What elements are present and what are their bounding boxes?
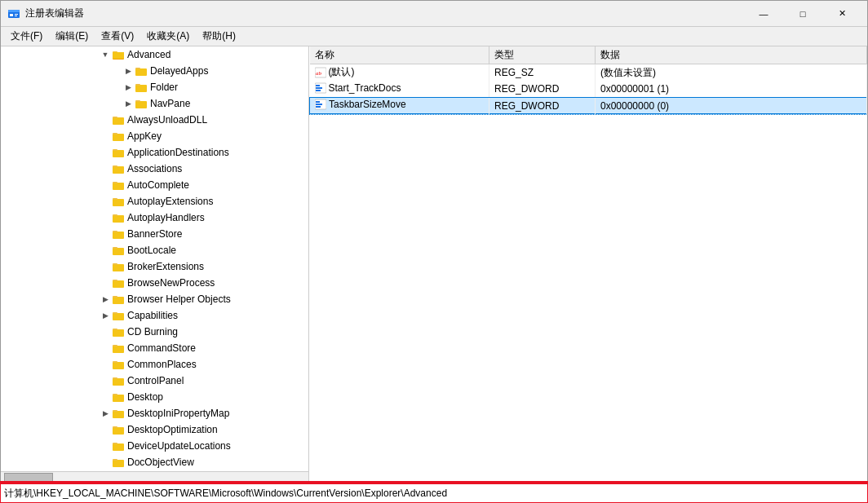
- svg-rect-27: [113, 214, 117, 216]
- tree-item-deviceupdatelocations[interactable]: DeviceUpdateLocations: [1, 438, 308, 454]
- tree-arrow-advanced: [99, 48, 112, 61]
- tree-item-autoplayhandlers[interactable]: AutoplayHandlers: [1, 210, 308, 226]
- svg-rect-21: [113, 165, 117, 167]
- tree-label-controlpanel: ControlPanel: [127, 375, 184, 386]
- svg-rect-34: [113, 280, 124, 288]
- tree-item-desktopoptimization[interactable]: DesktopOptimization: [1, 421, 308, 438]
- folder-icon-commonplaces: [112, 358, 125, 371]
- tree-item-desktopinipropertymap[interactable]: DesktopIniPropertyMap: [1, 405, 308, 421]
- svg-rect-47: [113, 377, 117, 379]
- tree-item-folder[interactable]: Folder: [1, 79, 308, 95]
- status-bar: 计算机\HKEY_LOCAL_MACHINE\SOFTWARE\Microsof…: [1, 483, 867, 502]
- tree-item-desktop[interactable]: Desktop: [1, 389, 308, 405]
- svg-rect-40: [113, 329, 124, 337]
- tree-item-bannerstore[interactable]: BannerStore: [1, 226, 308, 242]
- hscroll-thumb[interactable]: [4, 473, 53, 483]
- tree-item-docobjectview[interactable]: DocObjectView: [1, 454, 308, 470]
- cell-type-1: REG_DWORD: [489, 82, 596, 98]
- svg-rect-66: [316, 104, 322, 105]
- tree-item-associations[interactable]: Associations: [1, 161, 308, 177]
- tree-label-navpane: NavPane: [150, 98, 190, 109]
- menu-bar: 文件(F) 编辑(E) 查看(V) 收藏夹(A) 帮助(H): [1, 27, 867, 46]
- registry-table[interactable]: 名称 类型 数据 ab: [309, 46, 867, 483]
- tree-horizontal-scrollbar[interactable]: [1, 471, 308, 483]
- tree-label-brokerextensions: BrokerExtensions: [127, 261, 204, 272]
- tree-arrow-navpane: [122, 97, 135, 110]
- status-path: 计算机\HKEY_LOCAL_MACHINE\SOFTWARE\Microsof…: [4, 487, 447, 501]
- tree-label-browserhelperobjects: Browser Helper Objects: [127, 293, 231, 305]
- maximize-button[interactable]: □: [784, 2, 822, 26]
- tree-item-autoplayextensions[interactable]: AutoplayExtensions: [1, 193, 308, 210]
- folder-icon-folder: [135, 81, 148, 94]
- tree-item-autocomplete[interactable]: AutoComplete: [1, 177, 308, 193]
- col-header-type[interactable]: 类型: [489, 46, 596, 64]
- col-header-name[interactable]: 名称: [310, 46, 489, 64]
- tree-item-commonplaces[interactable]: CommonPlaces: [1, 356, 308, 373]
- tree-label-deviceupdatelocations: DeviceUpdateLocations: [127, 440, 231, 452]
- tree-label-applicationdestinations: ApplicationDestinations: [127, 147, 229, 158]
- svg-rect-14: [113, 117, 124, 125]
- tree-item-controlpanel[interactable]: ControlPanel: [1, 373, 308, 389]
- col-header-data[interactable]: 数据: [596, 46, 867, 64]
- folder-icon-bootlocale: [112, 244, 125, 257]
- table-row[interactable]: ab (默认) REG_SZ (数值未设置): [310, 64, 867, 82]
- svg-rect-44: [113, 362, 124, 369]
- folder-icon-browserhelperobjects: [112, 293, 125, 306]
- svg-rect-11: [135, 84, 140, 86]
- folder-icon-alwaysunloaddll: [112, 113, 125, 126]
- cell-name-1: Start_TrackDocs: [310, 82, 489, 98]
- svg-rect-4: [15, 15, 17, 16]
- svg-rect-38: [113, 313, 124, 320]
- svg-rect-18: [113, 150, 124, 157]
- close-button[interactable]: ✕: [823, 2, 861, 26]
- tree-item-capabilities[interactable]: Capabilities: [1, 307, 308, 324]
- menu-edit[interactable]: 编辑(E): [49, 28, 95, 45]
- cell-name-2: TaskbarSizeMove: [310, 98, 489, 114]
- menu-favorites[interactable]: 收藏夹(A): [140, 28, 196, 45]
- tree-label-cdburning: CD Burning: [127, 326, 178, 338]
- minimize-button[interactable]: —: [745, 2, 782, 26]
- svg-rect-48: [113, 395, 124, 402]
- cell-type-2: REG_DWORD: [489, 98, 596, 114]
- tree-item-appkey[interactable]: AppKey: [1, 128, 308, 144]
- tree-item-delayedapps[interactable]: DelayedApps: [1, 63, 308, 79]
- menu-file[interactable]: 文件(F): [4, 28, 49, 45]
- folder-icon-docobjectview: [112, 456, 125, 469]
- svg-rect-23: [113, 182, 117, 183]
- svg-rect-42: [113, 346, 124, 353]
- svg-rect-32: [113, 264, 124, 271]
- svg-rect-9: [135, 68, 140, 69]
- tree-arrow-capabilities: [99, 309, 112, 322]
- folder-icon-delayedapps: [135, 64, 148, 77]
- svg-rect-49: [113, 394, 117, 395]
- tree-item-applicationdestinations[interactable]: ApplicationDestinations: [1, 144, 308, 161]
- svg-rect-52: [113, 427, 124, 435]
- table-row[interactable]: TaskbarSizeMove REG_DWORD 0x00000000 (0): [310, 98, 867, 114]
- tree-label-docobjectview: DocObjectView: [127, 457, 194, 468]
- folder-icon-bannerstore: [112, 227, 125, 240]
- tree-label-commandstore: CommandStore: [127, 342, 196, 354]
- tree-arrow-folder: [122, 81, 135, 94]
- tree-scroll[interactable]: Advanced DelayedApps: [1, 46, 308, 471]
- tree-item-browserhelperobjects[interactable]: Browser Helper Objects: [1, 291, 308, 307]
- tree-label-desktopoptimization: DesktopOptimization: [127, 424, 218, 435]
- tree-item-advanced[interactable]: Advanced: [1, 46, 308, 63]
- title-bar: 注册表编辑器 — □ ✕: [1, 1, 867, 27]
- menu-view[interactable]: 查看(V): [95, 28, 140, 45]
- svg-rect-67: [316, 106, 321, 108]
- svg-rect-3: [15, 14, 18, 15]
- tree-label-associations: Associations: [127, 163, 182, 174]
- tree-item-navpane[interactable]: NavPane: [1, 95, 308, 112]
- svg-rect-50: [113, 411, 124, 418]
- tree-item-commandstore[interactable]: CommandStore: [1, 340, 308, 356]
- cell-name-0: ab (默认): [310, 64, 489, 82]
- tree-item-brokerextensions[interactable]: BrokerExtensions: [1, 258, 308, 275]
- tree-item-browsenewprocess[interactable]: BrowseNewProcess: [1, 275, 308, 291]
- table-row[interactable]: Start_TrackDocs REG_DWORD 0x00000001 (1): [310, 82, 867, 98]
- tree-item-bootlocale[interactable]: BootLocale: [1, 242, 308, 258]
- menu-help[interactable]: 帮助(H): [196, 28, 242, 45]
- tree-item-cdburning[interactable]: CD Burning: [1, 324, 308, 340]
- svg-rect-61: [316, 85, 320, 86]
- svg-rect-25: [113, 198, 117, 200]
- tree-item-alwaysunloaddll[interactable]: AlwaysUnloadDLL: [1, 112, 308, 128]
